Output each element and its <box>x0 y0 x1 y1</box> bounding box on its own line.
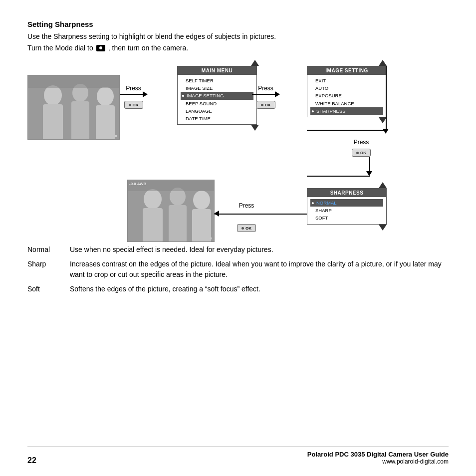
page-number: 22 <box>27 456 36 465</box>
book-title: Polaroid PDC 3035 Digital Camera User Gu… <box>307 451 449 458</box>
term-soft: Soft <box>27 284 60 294</box>
intro-mode-text: Turn the Mode dial to <box>27 44 93 52</box>
footer-right: Polaroid PDC 3035 Digital Camera User Gu… <box>307 451 449 465</box>
svg-rect-7 <box>28 75 119 88</box>
svg-rect-14 <box>192 209 211 242</box>
term-sharp: Sharp <box>27 259 60 280</box>
image-setting-body: EXIT AUTO EXPOSURE WHITE BALANCE ●SHARPN… <box>307 75 386 117</box>
menu-item-date-time: DATE TIME <box>181 115 253 122</box>
photo2-overlay: -0.0 AWB <box>129 182 146 186</box>
sharp-item-normal: ●NORMAL <box>310 199 383 207</box>
def-soft: Softens the edges of the picture, creati… <box>70 284 449 294</box>
intro-paragraph1: Use the Sharpness setting to highlight o… <box>27 31 449 42</box>
img-item-sharpness: ●SHARPNESS <box>310 107 383 115</box>
sharpness-box: SHARPNESS ●NORMAL SHARP SOFT <box>307 182 387 231</box>
term-normal: Normal <box>27 244 60 255</box>
ok-button-3: OK <box>352 149 371 157</box>
footer: 22 Polaroid PDC 3035 Digital Camera User… <box>27 446 449 465</box>
page: Setting Sharpness Use the Sharpness sett… <box>0 0 476 476</box>
svg-point-13 <box>193 191 210 210</box>
svg-rect-2 <box>43 104 63 139</box>
desc-row-soft: Soft Softens the edges of the picture, c… <box>27 284 449 294</box>
main-menu-body: SELF TIMER IMAGE SIZE ●IMAGE SETTING BEE… <box>178 75 256 124</box>
press-label-1: Press OK <box>120 85 147 109</box>
svg-rect-4 <box>71 101 89 139</box>
connector-horizontal-sharp <box>307 176 370 177</box>
menu-item-beep-sound: BEEP SOUND <box>181 100 253 107</box>
svg-rect-10 <box>143 208 163 242</box>
connector-horizontal-top <box>307 130 387 131</box>
arrow-left-head <box>214 211 219 217</box>
photo-box-1: -0.0 AWB ♦ ⬡ 7 <box>27 75 120 140</box>
camera-mode-icon <box>96 45 105 51</box>
def-normal: Use when no special effect is needed. Id… <box>70 244 449 255</box>
sharp-item-soft: SOFT <box>310 214 383 222</box>
mode-line: Turn the Mode dial to , then turn on the… <box>27 44 449 52</box>
photo2-timestamp: ■ <box>210 236 212 240</box>
sharpness-panel: SHARPNESS ●NORMAL SHARP SOFT <box>307 188 387 225</box>
press-label-3: Press OK <box>352 139 371 157</box>
diagram-area: -0.0 AWB ♦ ⬡ 7 <box>27 60 449 235</box>
website-url: www.polaroid-digital.com <box>307 458 449 465</box>
svg-point-9 <box>144 189 162 209</box>
img-setting-up-arrow <box>379 60 387 66</box>
connector-down-arrow <box>383 129 389 134</box>
connector-vertical <box>386 66 387 131</box>
main-menu-header: MAIN MENU <box>178 66 256 75</box>
menu-item-language: LANGUAGE <box>181 107 253 115</box>
svg-rect-12 <box>169 205 187 242</box>
sharp-item-sharp: SHARP <box>310 207 383 214</box>
img-item-exposure: EXPOSURE <box>310 92 383 99</box>
photo-box-2: -0.0 AWB ■ <box>127 180 215 242</box>
section-title: Setting Sharpness <box>27 20 449 28</box>
press-label-2: Press OK <box>252 85 279 109</box>
sharpness-down-arrow <box>379 225 387 231</box>
photo1-timestamp: ■ <box>115 134 117 138</box>
image-setting-box: IMAGE SETTING EXIT AUTO EXPOSURE WHITE B… <box>307 60 387 123</box>
press3-down-line <box>369 157 370 172</box>
main-menu-panel: MAIN MENU SELF TIMER IMAGE SIZE ●IMAGE S… <box>177 66 257 125</box>
menu-item-image-setting: ●IMAGE SETTING <box>181 92 253 99</box>
svg-rect-6 <box>96 105 115 139</box>
image-setting-header: IMAGE SETTING <box>307 66 386 75</box>
sharpness-up-arrow <box>379 182 387 188</box>
menu-up-arrow <box>251 60 259 66</box>
image-setting-panel: IMAGE SETTING EXIT AUTO EXPOSURE WHITE B… <box>307 66 387 117</box>
descriptions-section: Normal Use when no special effect is nee… <box>27 244 449 294</box>
press-label-4: Press OK <box>237 202 256 232</box>
img-item-white-balance: WHITE BALANCE <box>310 100 383 107</box>
menu-down-arrow <box>251 125 259 131</box>
desc-row-normal: Normal Use when no special effect is nee… <box>27 244 449 255</box>
img-item-auto: AUTO <box>310 84 383 92</box>
sharpness-body: ●NORMAL SHARP SOFT <box>307 197 386 224</box>
intro-mode-text2: , then turn on the camera. <box>108 44 188 52</box>
img-item-exit: EXIT <box>310 77 383 84</box>
desc-row-sharp: Sharp Increases contrast on the edges of… <box>27 259 449 280</box>
ok-button-2: OK <box>252 101 279 109</box>
ok-button-1: OK <box>120 101 147 109</box>
ok-button-4: OK <box>237 224 256 232</box>
main-menu-box: MAIN MENU SELF TIMER IMAGE SIZE ●IMAGE S… <box>177 60 259 131</box>
sharpness-header: SHARPNESS <box>307 189 386 197</box>
svg-point-1 <box>44 85 62 105</box>
photo1-svg <box>28 75 119 139</box>
def-sharp: Increases contrast on the edges of the p… <box>70 259 449 280</box>
photo2-svg <box>128 180 215 242</box>
menu-item-self-timer: SELF TIMER <box>181 77 253 84</box>
svg-point-5 <box>97 87 114 106</box>
menu-item-image-size: IMAGE SIZE <box>181 84 253 92</box>
arrow-sharp-to-photo2 <box>215 214 307 215</box>
